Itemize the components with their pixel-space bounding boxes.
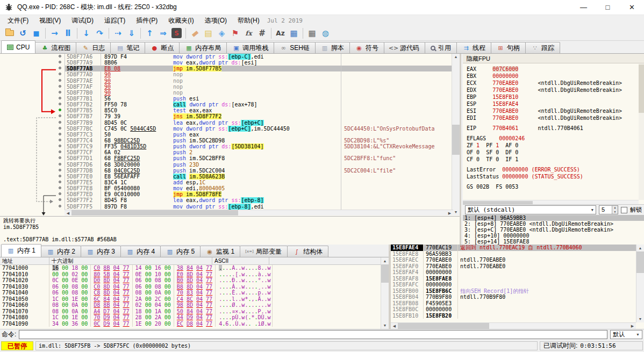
breakpoint-dot[interactable] (59, 73, 61, 75)
menu-item[interactable]: 插件(P) (131, 15, 163, 26)
tab-call-stack[interactable]: ▣调用堆栈 (226, 42, 274, 53)
breakpoint-dot[interactable] (59, 156, 61, 159)
disasm-row[interactable]: 5D8F77ABEB 08jmp im.5D8F77B5 (0, 66, 453, 71)
breakpoint-dot[interactable] (59, 145, 61, 147)
argument-row[interactable]: 4: [esp+10] 00000000 (463, 233, 644, 239)
disasm-row[interactable]: 5D8F77B156push esi (0, 96, 453, 102)
trace-over-icon[interactable]: ⇓ (125, 27, 138, 40)
disasm-row[interactable]: 5D8F77B2FF50 78call dword ptr ds:[eax+78… (0, 102, 453, 107)
breakpoint-dot[interactable] (59, 181, 61, 183)
minimize-button[interactable]: — (571, 0, 596, 15)
dump-row[interactable]: 770410200C 00 0E 00D0 8D 04 7706 00 08 0… (0, 277, 381, 284)
scroll-thumb[interactable] (636, 252, 644, 273)
scroll-up-arrow[interactable]: ▲ (452, 54, 460, 60)
menu-item[interactable]: 调试(D) (66, 15, 99, 26)
tab-trace[interactable]: ∵跟踪 (525, 42, 560, 53)
register-value[interactable]: 00000000 (492, 73, 518, 79)
stack-row[interactable]: 15E8FAF400000000 (391, 269, 636, 276)
disasm-row[interactable]: 5D8F77AE90nop (0, 78, 453, 84)
scroll-thumb[interactable] (452, 125, 460, 155)
register-value[interactable]: 770EABE0 (492, 108, 538, 114)
segment-value[interactable]: 0053 (505, 184, 525, 190)
menu-item[interactable]: 视图(V) (34, 15, 66, 26)
tab-dump-1[interactable]: ▥内存 1 (1, 244, 41, 257)
breakpoint-dot[interactable] (59, 103, 61, 105)
dump-row[interactable]: 770410801C 00 1E 0070 D9 04 7728 00 2A 0… (0, 314, 381, 321)
register-row[interactable]: CF 0 TF 0 IF 1 (467, 156, 639, 163)
register-value[interactable]: 00000246 (499, 135, 525, 141)
dump-row[interactable]: 7704107008 00 0A 00A4 D7 04 7718 00 1A 0… (0, 308, 381, 315)
register-row[interactable]: ECX 770EABE0 <ntdll.DbgUiRemoteBreakin> (467, 80, 639, 87)
tab-dump-2[interactable]: ▥内存 2 (41, 246, 81, 257)
breakpoint-dot[interactable] (59, 67, 61, 69)
breakpoint-dot[interactable] (59, 114, 61, 117)
scroll-right-arrow[interactable]: ▶ (446, 210, 453, 215)
register-row[interactable]: EBP 15E8FB10 (467, 94, 639, 100)
register-row[interactable]: EAX 007C6000 (467, 66, 639, 73)
tab-graph[interactable]: ♣流程图 (35, 42, 76, 53)
scroll-thumb[interactable] (639, 64, 644, 113)
scroll-thumb[interactable] (398, 323, 489, 329)
register-row[interactable]: EDX 770EABE0 <ntdll.DbgUiRemoteBreakin> (467, 87, 639, 94)
hash-icon[interactable]: # (255, 27, 269, 40)
register-row[interactable]: GS 002B FS 0053 (467, 183, 639, 190)
execute-till-return-icon[interactable]: ↑ (143, 27, 156, 40)
tab-source[interactable]: <>源代码 (384, 42, 425, 53)
tab-cpu[interactable]: CPU (1, 40, 35, 53)
argument-depth-spinner[interactable]: 5 ▲▼ (599, 205, 618, 214)
disasm-row[interactable]: 5D8F77C350push eax (0, 132, 453, 138)
calling-convention-select[interactable]: 默认 (stdcall) ▼ (465, 205, 596, 214)
breakpoint-dot[interactable] (59, 198, 61, 201)
register-value[interactable]: 00000000 (STATUS_SUCCESS) (502, 174, 583, 179)
menu-item[interactable]: 收藏夹(I) (163, 15, 199, 26)
tab-dump-3[interactable]: ▥内存 3 (81, 246, 121, 257)
scroll-left-arrow[interactable]: ◀ (65, 210, 71, 215)
tab-dump-4[interactable]: ▥内存 4 (120, 246, 161, 257)
scroll-thumb[interactable] (71, 210, 238, 215)
disasm-row[interactable]: 5D8F77BCC745 0C 5044C45Dmov dword ptr ss… (0, 126, 453, 132)
register-row[interactable]: OF 0 SF 0 DF 0 (467, 149, 639, 156)
calculator-icon[interactable]: ▦ (305, 27, 319, 40)
disasm-row[interactable]: 5D8F77B585C0test eax,eax (0, 107, 453, 113)
register-value[interactable]: 15E8FAE4 (492, 101, 518, 107)
command-input[interactable] (19, 330, 607, 339)
dump-row[interactable]: 7704103006 00 08 00C0 8D 04 7706 00 08 0… (0, 284, 381, 290)
register-row[interactable]: EIP 770B4061 ntdll.770B4061 (467, 125, 639, 132)
scroll-right-arrow[interactable]: ▶ (629, 323, 636, 329)
dump-row[interactable]: 7704109034 00 36 000C D9 04 771E 00 20 0… (0, 321, 381, 327)
scroll-up-arrow[interactable]: ▲ (636, 245, 644, 252)
tab-dump-5[interactable]: ▥内存 5 (160, 246, 201, 257)
dump-vertical-scrollbar[interactable]: ▲ ▼ (381, 257, 389, 329)
register-value[interactable]: 770EABE0 (492, 115, 538, 121)
tab-seh-chain[interactable]: ∞SEH链 (274, 42, 316, 53)
breakpoint-dot[interactable] (59, 205, 61, 207)
stack-row[interactable]: 15E8FB0C00000000 (391, 306, 636, 313)
disasm-row[interactable]: 5D8F77A98B06mov eax,dword ptr ds:[esi] (0, 60, 453, 66)
stack-row[interactable]: 15E8FAF0770EABE0ntdll.770EABE0 (391, 263, 636, 270)
breakpoint-dot[interactable] (59, 97, 61, 99)
stack-vertical-scrollbar[interactable]: ▲ ▼ (636, 245, 644, 322)
stack-row[interactable]: 15E8FB1015E8FB20 (391, 313, 636, 319)
registers-vertical-scrollbar[interactable] (639, 63, 644, 200)
scroll-left-arrow[interactable]: ◀ (391, 323, 398, 329)
spin-down-icon[interactable]: ▼ (612, 210, 618, 214)
menu-item[interactable]: 文件(F) (2, 15, 34, 26)
pause-icon[interactable]: Ⅱ (61, 27, 75, 40)
register-row[interactable]: EFLAGS 00000246 (467, 135, 639, 142)
run-to-user-code-icon[interactable]: ⇒ (156, 27, 170, 40)
disasm-row[interactable]: 5D8F77C468 98BDC25Dpush im.5DC2BD985DC2B… (0, 138, 453, 143)
breakpoint-dot[interactable] (59, 169, 61, 171)
disasm-row[interactable]: 5D8F77DB68 04C0C25Dpush im.5DC2C0045DC2C… (0, 168, 453, 174)
stack-row[interactable]: 15E8FAFC00000000 (391, 282, 636, 288)
disasm-row[interactable]: 5D8F77D668 3D020000push 23D (0, 162, 453, 168)
register-row[interactable]: EDI 770EABE0 <ntdll.DbgUiRemoteBreakin> (467, 114, 639, 121)
scroll-down-arrow[interactable]: ▼ (452, 209, 460, 215)
stack-row[interactable]: 15E8FAE896A59BB3 (391, 251, 636, 257)
register-row[interactable]: LastStatus 00000000 (STATUS_SUCCESS) (467, 173, 639, 180)
tab-threads[interactable]: ⇉线程 (456, 42, 491, 53)
scroll-down-arrow[interactable]: ▼ (636, 315, 644, 322)
register-row[interactable]: ZF 1 PF 1 AF 0 (467, 142, 639, 149)
maximize-button[interactable]: □ (596, 0, 620, 15)
breakpoint-dot[interactable] (59, 91, 61, 94)
breakpoint-dot[interactable] (59, 85, 61, 88)
